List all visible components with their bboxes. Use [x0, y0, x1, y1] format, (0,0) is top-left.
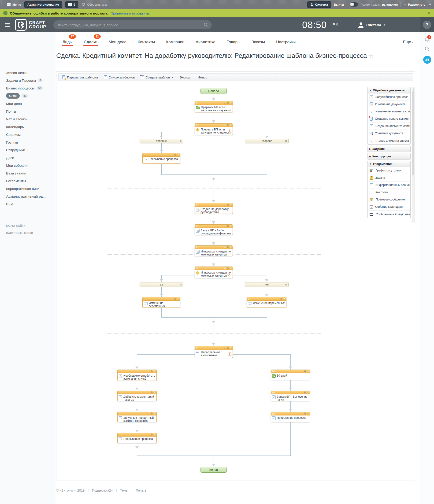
sidebar-item-База знаний[interactable]: База знаний — [6, 170, 26, 176]
notifications-button[interactable]: 1 — [420, 36, 434, 42]
panel-section-header[interactable]: ▼Уведомления — [368, 161, 410, 167]
sidebar-item-Мои дела[interactable]: Мои дела — [6, 101, 22, 106]
flow-activity-node[interactable]: ⚙×Прерывание процесса — [271, 412, 310, 422]
minimize-icon[interactable]: – — [224, 246, 226, 249]
drag-grip-icon[interactable] — [119, 413, 123, 414]
toolbar-button-Создать шаблон[interactable]: Создать шаблон▼ — [141, 75, 173, 79]
toolbar-button-Параметры шаблона[interactable]: Параметры шаблона — [62, 75, 98, 79]
edit-mode-toggle[interactable] — [350, 2, 358, 7]
flow-activity-node[interactable]: –⚙×Параллельное выполнение+ — [195, 346, 233, 358]
tab-Заказы[interactable]: Заказы — [251, 40, 265, 48]
panel-item-График отсутствия[interactable]: График отсутствия — [368, 167, 410, 174]
minimize-icon[interactable]: – — [224, 347, 226, 349]
tab-Аналитика[interactable]: Аналитика — [195, 40, 216, 48]
gear-icon[interactable]: ⚙ — [174, 154, 176, 156]
add-action-button[interactable]: + — [228, 352, 231, 356]
tab-Настройки[interactable]: Настройки — [276, 40, 296, 48]
help-button[interactable]: ? — [423, 21, 431, 29]
flow-activity-node[interactable]: ⚙×30 дней — [271, 369, 310, 380]
panel-item-Создание элемента списка[interactable]: Создание элемента списка — [368, 123, 410, 130]
scrollbar-thumb[interactable] — [412, 91, 414, 175]
close-icon[interactable]: × — [178, 298, 179, 300]
tab-Мои дела[interactable]: Мои дела — [108, 40, 127, 48]
drag-grip-icon[interactable] — [196, 102, 200, 104]
sidebar-hamburger-icon[interactable] — [5, 23, 10, 27]
gear-icon[interactable]: ⚙ — [179, 140, 182, 143]
minimize-icon[interactable]: – — [224, 102, 226, 104]
flow-activity-node[interactable]: –⚙×Инициатор из отдел по ключевым клиент… — [195, 267, 233, 278]
flow-terminal-Конец[interactable]: Конец — [200, 467, 227, 473]
clock[interactable]: 08:50 — [302, 20, 327, 30]
sidebar-item-Группы[interactable]: Группы — [6, 139, 18, 145]
close-icon[interactable]: × — [230, 246, 231, 249]
panel-item-Информационный звонок[interactable]: Информационный звонок — [368, 181, 410, 189]
drag-grip-icon[interactable] — [119, 370, 123, 372]
flow-activity-node[interactable]: –⚙×Прервать БП если запущен не из нужног… — [195, 101, 233, 112]
sidebar-item-Сервисы[interactable]: Сервисы — [6, 132, 21, 137]
gear-icon[interactable]: ⚙ — [174, 298, 176, 300]
flow-activity-node[interactable]: –⚙×Запуск БП - Выбор руководителя филиал… — [195, 224, 233, 235]
drag-grip-icon[interactable] — [144, 298, 148, 300]
flow-activity-node[interactable]: –⚙×Стадия На доработку руководителю — [195, 203, 233, 214]
drag-grip-icon[interactable] — [196, 347, 200, 349]
sidebar-item-Ещё[interactable]: Ещё▾ — [6, 201, 17, 207]
flow-activity-node[interactable]: ⚙×Прерывание процесса — [117, 433, 157, 443]
panel-item-Создание нового документа[interactable]: Создание нового документа — [368, 115, 410, 123]
gear-icon[interactable]: ⚙ — [304, 370, 306, 373]
gear-icon[interactable]: ⚙ — [280, 298, 282, 300]
gear-icon[interactable]: ⚙ — [226, 246, 229, 249]
tab-Сделки[interactable]: Сделки32 — [83, 40, 98, 48]
drag-grip-icon[interactable] — [272, 413, 276, 414]
drag-grip-icon[interactable] — [196, 225, 200, 227]
panel-item-Контроль[interactable]: Контроль — [368, 189, 410, 196]
topbar-menu-button[interactable]: Меню — [7, 3, 21, 6]
tabs-more-button[interactable]: Еще ▾ — [403, 40, 413, 45]
drag-grip-icon[interactable] — [272, 392, 276, 394]
sidebar-item-Бизнес-процессы[interactable]: Бизнес-процессы56 — [6, 85, 43, 91]
flow-activity-node[interactable]: ⚙×Необходимо отработать замечания служб — [117, 369, 157, 381]
drag-handle-icon[interactable] — [1, 1, 4, 8]
flow-condition[interactable]: Условие⚙ — [245, 139, 289, 143]
panel-section-header[interactable]: ▶Конструкции — [368, 153, 410, 159]
system-user-button[interactable]: Система — [307, 1, 331, 8]
expand-button[interactable]: ▼Развернуть — [404, 3, 425, 6]
drag-grip-icon[interactable] — [272, 370, 276, 372]
close-icon[interactable]: × — [178, 154, 179, 156]
footer-link-Темы[interactable]: Темы — [120, 488, 128, 492]
close-icon[interactable]: × — [230, 102, 231, 104]
drag-grip-icon[interactable] — [196, 268, 200, 269]
sidebar-item-Диск[interactable]: Диск — [6, 155, 14, 161]
sidebar-item-Корпоративная вики[interactable]: Корпоративная вики — [6, 186, 39, 191]
close-icon[interactable]: × — [154, 413, 155, 415]
sidebar-item-Регламенты[interactable]: Регламенты — [6, 178, 26, 184]
sidebar-item-Живая лента[interactable]: Живая лента — [6, 70, 27, 75]
tab-Лиды[interactable]: Лиды17 — [62, 40, 73, 48]
flow-activity-node[interactable]: ⚙×Изменение переменных — [142, 297, 180, 308]
sidebar-item-CRM[interactable]: CRM49 — [6, 93, 28, 99]
flow-activity-node[interactable]: ⚙×Запуск БП - Вынесение на КК — [271, 391, 310, 401]
gear-icon[interactable]: ⚙ — [285, 283, 287, 286]
add-action-button[interactable]: + — [228, 129, 231, 133]
panel-item-Изменение документа[interactable]: Изменение документа — [368, 101, 410, 108]
drag-grip-icon[interactable] — [248, 298, 252, 300]
close-icon[interactable]: × — [230, 225, 231, 227]
close-icon[interactable]: × — [154, 433, 155, 436]
panel-item-Запуск бизнес-процесса[interactable]: Запуск бизнес-процесса — [368, 93, 410, 101]
close-icon[interactable]: × — [307, 391, 309, 394]
tab-Контакты[interactable]: Контакты — [137, 40, 155, 48]
minimize-icon[interactable]: – — [224, 267, 226, 270]
toolbar-button-Экспорт[interactable]: Экспорт — [180, 76, 192, 79]
close-icon[interactable]: × — [230, 204, 231, 206]
drag-grip-icon[interactable] — [196, 246, 200, 248]
flow-condition[interactable]: Условие⚙ — [140, 139, 183, 143]
gear-icon[interactable]: ⚙ — [150, 433, 153, 436]
footer-link-Печать[interactable]: Печать — [136, 488, 147, 492]
minimize-icon[interactable]: – — [224, 225, 226, 227]
close-icon[interactable]: × — [307, 413, 309, 415]
panel-item-Чтение элемента списка[interactable]: Чтение элемента списка — [368, 137, 410, 144]
footer-link-Поддержка24[interactable]: Поддержка24 — [92, 488, 113, 492]
administration-button[interactable]: Администрирование — [24, 1, 62, 8]
craft-group-logo[interactable]: CRAFTGROUP — [15, 19, 46, 31]
sidebar-item-Почта[interactable]: Почта — [6, 108, 16, 114]
flow-activity-node[interactable]: –⚙×Инициатор из отдел по ключевым клиент… — [195, 245, 233, 256]
